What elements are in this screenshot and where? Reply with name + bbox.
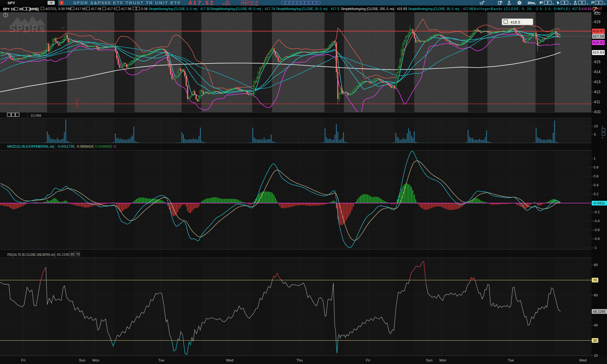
svg-text:SPDR S&P500 ETF TRUST TR UNIT: SPDR S&P500 ETF TRUST TR UNIT ETF <box>73 0 180 5</box>
svg-text:-0.2: -0.2 <box>594 210 600 214</box>
svg-text:: 418.5: : 418.5 <box>508 20 520 24</box>
svg-text:30m: 30m <box>527 1 535 5</box>
svg-text:10: 10 <box>594 124 598 128</box>
svg-text::417.5: :417.5 <box>106 7 116 11</box>
svg-text:417.5: 417.5 <box>331 7 339 11</box>
svg-text:-0.0411: -0.0411 <box>593 201 605 205</box>
svg-text:TM: TM <box>61 26 65 29</box>
svg-text:SimpleMovingAvg (CLOSE, 30, 0,: SimpleMovingAvg (CLOSE, 30, 0, no) <box>408 7 459 11</box>
svg-text:SPY 15: SPY 15 <box>3 7 14 11</box>
svg-text:10,098: 10,098 <box>31 114 41 118</box>
svg-text:RSI (14, 70, 30, CLOSE, WILDER: RSI (14, 70, 30, CLOSE, WILDERS, no) <box>7 253 55 257</box>
svg-text:Tue: Tue <box>158 358 164 362</box>
svg-text:SimpleMovingAvg (CLOSE, 20, 0,: SimpleMovingAvg (CLOSE, 20, 0, no) <box>276 7 328 11</box>
svg-text:0.8: 0.8 <box>594 165 598 169</box>
svg-text:-0.6: -0.6 <box>594 228 600 232</box>
svg-text:-1: -1 <box>594 246 597 250</box>
svg-text:Fri: Fri <box>21 358 25 362</box>
svg-text::0.06: :0.06 <box>140 7 148 11</box>
svg-text:411: 411 <box>594 100 600 104</box>
svg-text:0.0246693: 0.0246693 <box>95 145 112 148</box>
svg-text:0: 0 <box>113 145 115 148</box>
svg-text:Fri: Fri <box>366 358 370 362</box>
svg-text::417.56: :417.56 <box>90 7 101 11</box>
svg-text:418.07: 418.07 <box>592 7 602 11</box>
svg-text:412: 412 <box>594 90 601 94</box>
svg-text:Tue: Tue <box>508 358 514 362</box>
svg-text::417.56: :417.56 <box>249 3 258 6</box>
svg-text:˅: ˅ <box>602 136 603 139</box>
svg-text:SPY: SPY <box>8 1 15 5</box>
svg-text:417.55: 417.55 <box>200 7 210 11</box>
svg-text:416.93: 416.93 <box>581 7 591 11</box>
svg-text:˄: ˄ <box>602 125 603 128</box>
svg-text:1: 1 <box>594 157 596 160</box>
svg-text:80: 80 <box>594 263 598 267</box>
svg-text:49.2295: 49.2295 <box>593 310 605 314</box>
svg-text:0.6: 0.6 <box>594 174 598 178</box>
svg-text:-0.0411735: -0.0411735 <box>57 145 74 148</box>
svg-text:417.74: 417.74 <box>265 7 275 11</box>
svg-text:-0.8: -0.8 <box>594 237 600 241</box>
svg-text:4/16/21: 4/16/21 <box>75 98 79 108</box>
svg-text:Mon: Mon <box>439 358 446 362</box>
svg-text:410: 410 <box>594 110 601 114</box>
svg-text:420: 420 <box>594 11 601 16</box>
svg-text:415: 415 <box>594 60 601 64</box>
svg-text:415.93: 415.93 <box>593 50 604 55</box>
svg-text:415.93: 415.93 <box>397 7 407 11</box>
svg-text:418.07: 418.07 <box>593 29 604 33</box>
svg-text:0.2: 0.2 <box>594 192 598 196</box>
svg-text:Thu: Thu <box>296 358 303 362</box>
svg-text:Sun: Sun <box>426 358 432 362</box>
svg-text:414: 414 <box>594 70 601 74</box>
svg-text:30: 30 <box>593 339 597 343</box>
svg-text:60: 60 <box>594 293 598 297</box>
svg-text:30: 30 <box>70 252 74 256</box>
svg-text:49.2295: 49.2295 <box>57 253 69 257</box>
svg-text:417.65: 417.65 <box>463 7 473 11</box>
svg-text::417.56: :417.56 <box>75 7 86 11</box>
svg-text:-0.0658428: -0.0658428 <box>76 145 93 148</box>
svg-text:5: 5 <box>594 132 596 137</box>
svg-text::4/27/21, 5:30 PM: :4/27/21, 5:30 PM <box>44 7 71 11</box>
svg-text:!: ! <box>61 1 62 4</box>
svg-text:416.93: 416.93 <box>593 40 604 44</box>
svg-text:SimpleMovingAvg (CLOSE, 60, 0,: SimpleMovingAvg (CLOSE, 60, 0, no) <box>210 7 261 11</box>
svg-text:20: 20 <box>594 354 598 358</box>
svg-text::417.56: :417.56 <box>120 7 131 11</box>
svg-text:SimpleMovingAvg (CLOSE, 5, 0,: SimpleMovingAvg (CLOSE, 5, 0, no) <box>148 7 197 11</box>
svg-text:419: 419 <box>594 19 601 24</box>
svg-text:BollingerBands (CLOSE, 0, 20,: BollingerBands (CLOSE, 0, 20, -2.0, 2.0,… <box>474 7 570 11</box>
svg-text:40: 40 <box>594 323 598 327</box>
svg-text:70: 70 <box>593 278 597 282</box>
svg-text:SPDRs: SPDRs <box>9 23 45 34</box>
svg-text:0.4: 0.4 <box>594 183 598 187</box>
svg-text:Mon: Mon <box>92 358 99 362</box>
svg-text:70: 70 <box>76 252 80 256</box>
svg-text:Sun: Sun <box>79 358 85 362</box>
svg-text:417.5: 417.5 <box>572 7 581 11</box>
svg-text:Wed: Wed <box>579 358 587 362</box>
svg-text:[NYSE]: [NYSE] <box>29 7 39 11</box>
svg-text:413: 413 <box>594 80 601 84</box>
svg-text:SimpleMovingAvg (CLOSE, 200, 0: SimpleMovingAvg (CLOSE, 200, 0, no) <box>341 7 394 11</box>
svg-text:417.56: 417.56 <box>593 34 604 38</box>
svg-text:-0.4: -0.4 <box>594 219 600 223</box>
svg-text:MACD (12, 26, 9, EXPONENTIAL,: MACD (12, 26, 9, EXPONENTIAL, no) <box>7 145 54 148</box>
svg-text:Wed: Wed <box>226 358 234 362</box>
svg-text:-0.02%: -0.02% <box>222 3 231 6</box>
svg-text:30: 30 <box>19 7 23 11</box>
